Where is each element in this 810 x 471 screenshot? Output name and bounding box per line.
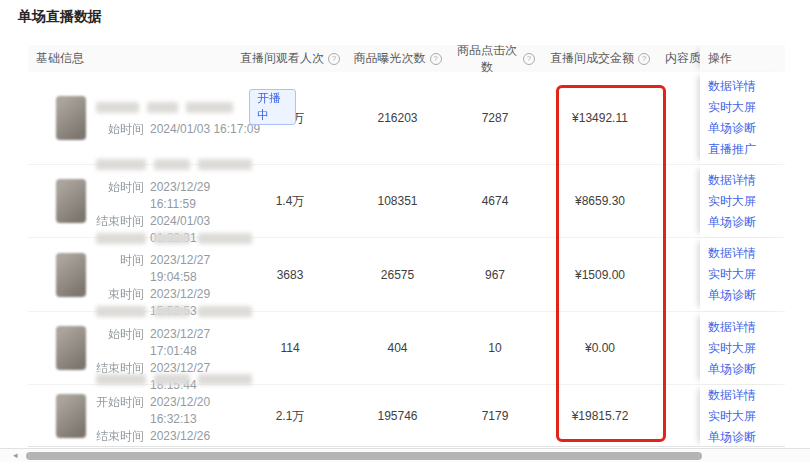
info-icon[interactable]: ? — [638, 53, 650, 65]
action-link[interactable]: 单场诊断 — [708, 121, 785, 136]
col-product-clicks: 商品点击次数 ? — [455, 45, 535, 72]
time-line: 开始时间 2023/12/20 16:32:13 — [96, 394, 252, 428]
time-value: 2023/12/27 17:01:48 — [150, 326, 252, 360]
viewers-value: 2.1万 — [240, 408, 340, 425]
col-viewers: 直播间观看人次 ? — [240, 45, 340, 72]
page-title: 单场直播数据 — [18, 8, 102, 26]
live-status-badge: 开播中 — [249, 89, 296, 125]
actions-cell: 数据详情实时大屏单场诊断直播推广 — [700, 72, 785, 164]
action-link[interactable]: 数据详情 — [708, 388, 785, 403]
action-link[interactable]: 直播推广 — [708, 142, 785, 157]
time-line: 始时间 2023/12/27 17:01:48 — [96, 326, 252, 360]
action-link[interactable]: 实时大屏 — [708, 267, 785, 282]
time-line: 时间 2023/12/27 19:04:58 — [96, 252, 252, 286]
actions-cell: 数据详情实时大屏单场诊断 — [700, 312, 785, 384]
col-content-quality: 内容质量 — [665, 45, 700, 72]
col-gmv: 直播间成交金额 ? — [535, 45, 665, 72]
clicks-value: 4674 — [455, 194, 535, 208]
clicks-value: 7287 — [455, 111, 535, 125]
action-link[interactable]: 数据详情 — [708, 173, 785, 188]
col-actions: 操作 — [700, 45, 785, 72]
action-link[interactable]: 数据详情 — [708, 320, 785, 335]
col-viewers-label: 直播间观看人次 — [240, 50, 324, 67]
info-icon[interactable]: ? — [328, 53, 340, 65]
viewers-value: 114 — [240, 341, 340, 355]
blurred-title — [96, 156, 252, 174]
time-line: 始时间 2023/12/29 16:11:59 — [96, 179, 252, 213]
time-lines: 开始时间 2023/12/20 16:32:13 结束时间 2023/12/26… — [96, 394, 252, 448]
gmv-value: ¥19815.72 — [535, 409, 665, 423]
scrollbar-thumb[interactable] — [26, 452, 702, 460]
action-link[interactable]: 单场诊断 — [708, 288, 785, 303]
action-link[interactable]: 实时大屏 — [708, 409, 785, 424]
actions-cell: 数据详情实时大屏单场诊断 — [700, 165, 785, 237]
cover-thumbnail — [56, 326, 86, 370]
table-header: 基础信息 直播间观看人次 ? 商品曝光次数 ? 商品点击次数 ? 直播间成交金额… — [28, 45, 785, 72]
time-line: 结束时间 2023/12/26 22:43:50 — [96, 428, 252, 448]
clicks-value: 967 — [455, 268, 535, 282]
viewers-value: 3683 — [240, 268, 340, 282]
time-value: 2023/12/26 22:43:50 — [150, 428, 252, 448]
col-product-clicks-label: 商品点击次数 — [455, 45, 519, 76]
col-actions-label: 操作 — [708, 50, 732, 67]
clicks-value: 7179 — [455, 409, 535, 423]
basic-info-cell: 开始时间 2023/12/20 16:32:13 结束时间 2023/12/26… — [28, 371, 240, 448]
action-link[interactable]: 实时大屏 — [708, 100, 785, 115]
action-link[interactable]: 数据详情 — [708, 79, 785, 94]
exposures-value: 195746 — [340, 409, 455, 423]
clicks-value: 10 — [455, 341, 535, 355]
time-label: 始时间 — [96, 326, 144, 360]
actions-cell: 数据详情实时大屏单场诊断 — [700, 385, 785, 447]
action-link[interactable]: 数据详情 — [708, 246, 785, 261]
viewers-value: 1.4万 — [240, 193, 340, 210]
exposures-value: 26575 — [340, 268, 455, 282]
action-link[interactable]: 单场诊断 — [708, 430, 785, 445]
table-row: 时间 2023/12/27 19:04:58 束时间 2023/12/29 15… — [28, 238, 785, 312]
gmv-value: ¥13492.11 — [535, 111, 665, 125]
time-label: 时间 — [96, 252, 144, 286]
gmv-value: ¥0.00 — [535, 341, 665, 355]
action-link[interactable]: 单场诊断 — [708, 215, 785, 230]
cover-thumbnail — [56, 96, 86, 140]
col-product-exposures: 商品曝光次数 ? — [340, 45, 455, 72]
col-gmv-label: 直播间成交金额 — [550, 50, 634, 67]
time-label: 开始时间 — [96, 394, 144, 428]
time-label: 始时间 — [96, 179, 144, 213]
col-product-exposures-label: 商品曝光次数 — [354, 50, 426, 67]
col-basic-info-label: 基础信息 — [36, 50, 84, 67]
time-value: 2023/12/20 16:32:13 — [150, 394, 252, 428]
col-basic-info: 基础信息 — [28, 45, 240, 72]
live-session-table: 基础信息 直播间观看人次 ? 商品曝光次数 ? 商品点击次数 ? 直播间成交金额… — [28, 45, 785, 447]
exposures-value: 108351 — [340, 194, 455, 208]
blurred-title: 开播中 — [96, 98, 296, 116]
table-row: 开始时间 2023/12/20 16:32:13 结束时间 2023/12/26… — [28, 385, 785, 447]
info-icon[interactable]: ? — [523, 53, 535, 65]
scroll-left-arrow-icon[interactable]: ◂ — [13, 449, 18, 462]
actions-cell: 数据详情实时大屏单场诊断 — [700, 238, 785, 311]
time-label: 始时间 — [96, 121, 144, 138]
time-label: 结束时间 — [96, 428, 144, 448]
cover-thumbnail — [56, 394, 86, 438]
action-link[interactable]: 实时大屏 — [708, 194, 785, 209]
cover-thumbnail — [56, 179, 86, 223]
horizontal-scrollbar[interactable]: ◂ — [0, 448, 810, 462]
table-row: 始时间 2023/12/29 16:11:59 结束时间 2024/01/03 … — [28, 165, 785, 238]
exposures-value: 216203 — [340, 111, 455, 125]
basic-info-cell: 开播中 始时间 2024/01/03 16:17:09 — [28, 96, 240, 140]
table-row: 开播中 始时间 2024/01/03 16:17:09 2.7万 216203 … — [28, 72, 785, 165]
action-link[interactable]: 实时大屏 — [708, 341, 785, 356]
info-icon[interactable]: ? — [430, 53, 442, 65]
gmv-value: ¥8659.30 — [535, 194, 665, 208]
cover-thumbnail — [56, 253, 86, 297]
exposures-value: 404 — [340, 341, 455, 355]
time-value: 2023/12/29 16:11:59 — [150, 179, 252, 213]
time-value: 2023/12/27 19:04:58 — [150, 252, 252, 286]
table-body: 开播中 始时间 2024/01/03 16:17:09 2.7万 216203 … — [28, 72, 785, 447]
action-link[interactable]: 单场诊断 — [708, 362, 785, 377]
gmv-value: ¥1509.00 — [535, 268, 665, 282]
